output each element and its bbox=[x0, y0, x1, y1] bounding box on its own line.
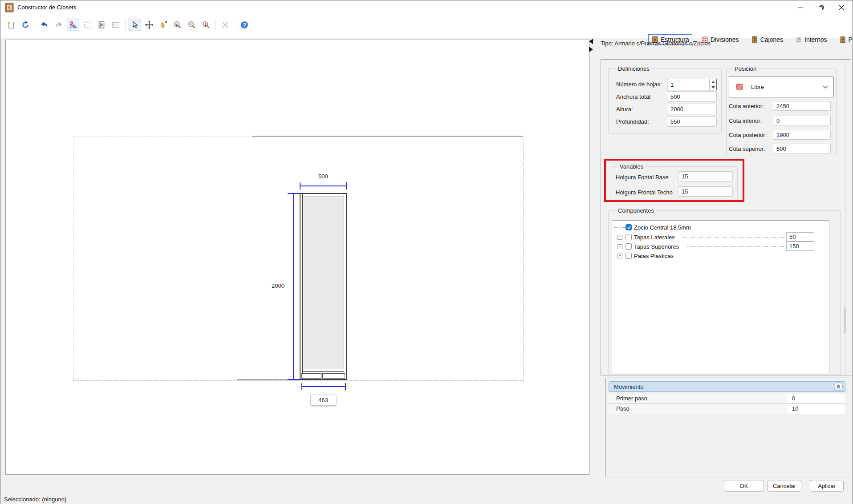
panel-direction-button[interactable] bbox=[95, 19, 108, 31]
delete-button[interactable] bbox=[219, 19, 232, 31]
posicion-dropdown[interactable]: Libre bbox=[729, 76, 834, 97]
close-icon bbox=[839, 5, 844, 10]
zoclo-central-checkbox[interactable] bbox=[626, 224, 632, 230]
holgura-frontal-techo-input[interactable]: 15 bbox=[678, 186, 733, 197]
minimize-button[interactable] bbox=[790, 0, 811, 15]
tapas-superiores-value-input[interactable]: 150 bbox=[786, 242, 814, 251]
tapas-laterales-value-input[interactable]: 50 bbox=[786, 232, 814, 242]
dim-base-value-box[interactable]: 463 bbox=[310, 395, 336, 406]
tree-item-label[interactable]: Tapas Superiores bbox=[634, 243, 679, 250]
movimiento-row-value: 0 bbox=[792, 395, 795, 402]
app-window: Constructor de Closets bbox=[0, 0, 853, 504]
svg-text:±: ± bbox=[175, 22, 178, 27]
dim-height-label: 2000 bbox=[262, 282, 284, 289]
cancel-button[interactable]: Cancelar bbox=[768, 480, 801, 492]
statusbar: Seleccionado: (ninguno) bbox=[0, 494, 853, 504]
toolbar-separator bbox=[125, 20, 126, 30]
movimiento-row-label: Paso bbox=[616, 405, 630, 412]
numero-de-hojas-input[interactable]: 1 bbox=[667, 79, 717, 90]
refresh-button[interactable] bbox=[19, 19, 32, 31]
cota-superior-input[interactable]: 600 bbox=[773, 144, 831, 153]
tree-item-label[interactable]: Patas Plasticas bbox=[634, 253, 674, 259]
tab-puertas[interactable]: Puertas bbox=[836, 34, 853, 45]
double-chevron-up-icon bbox=[836, 384, 841, 389]
marquee-select-icon bbox=[83, 20, 92, 29]
tree-item-value: 150 bbox=[789, 243, 799, 250]
movimiento-row[interactable]: Primer paso 0 bbox=[609, 394, 845, 403]
undo-button[interactable] bbox=[38, 19, 51, 31]
redo-button[interactable] bbox=[53, 19, 65, 31]
close-button[interactable] bbox=[831, 0, 852, 15]
dim-base-tick-right bbox=[345, 383, 346, 390]
field-label: Cota anterior: bbox=[729, 103, 764, 109]
group-componentes-title: Componentes bbox=[616, 207, 656, 214]
primer-paso-input[interactable]: 0 bbox=[788, 394, 845, 403]
tree-item-label[interactable]: Zoclo Central 18.5mm bbox=[634, 224, 691, 231]
new-file-icon bbox=[7, 20, 16, 29]
tapas-superiores-checkbox[interactable] bbox=[626, 243, 632, 250]
wall-segment-top bbox=[252, 136, 523, 137]
spinner-down-icon[interactable] bbox=[710, 85, 716, 90]
help-button[interactable]: ? bbox=[238, 19, 251, 31]
marquee-select-button[interactable] bbox=[81, 19, 93, 31]
grid-table-icon bbox=[111, 20, 120, 29]
expand-plus-icon[interactable]: + bbox=[617, 235, 622, 240]
movimiento-row[interactable]: Paso 10 bbox=[609, 404, 845, 414]
closet-right-panel-line bbox=[344, 194, 344, 379]
collapse-left-icon[interactable] bbox=[589, 39, 593, 44]
tree-leader-line bbox=[687, 246, 785, 247]
zoom-window-button[interactable]: ± bbox=[171, 19, 184, 31]
panel-splitter[interactable] bbox=[589, 38, 594, 56]
pan-hand-button[interactable] bbox=[157, 19, 170, 31]
dim-width-line bbox=[300, 185, 347, 186]
tree-item-value: 50 bbox=[789, 234, 796, 240]
cota-posterior-input[interactable]: 1900 bbox=[773, 130, 831, 140]
field-label: Cota inferior: bbox=[729, 117, 762, 124]
cota-inferior-input[interactable]: 0 bbox=[773, 116, 831, 125]
shelves-icon bbox=[795, 36, 802, 43]
maximize-button[interactable] bbox=[811, 0, 831, 15]
tapas-laterales-checkbox[interactable] bbox=[626, 234, 632, 240]
closet-drawing[interactable] bbox=[300, 193, 347, 380]
settings-scrollbar-thumb[interactable] bbox=[845, 307, 845, 333]
patas-plasticas-checkbox[interactable] bbox=[626, 253, 632, 259]
cota-anterior-input[interactable]: 2450 bbox=[773, 101, 831, 111]
tree-item-label[interactable]: Tapas Laterales bbox=[634, 234, 675, 241]
profundidad-input[interactable]: 550 bbox=[667, 116, 717, 127]
movimiento-header[interactable]: Movimiento bbox=[609, 381, 845, 392]
collapse-panel-button[interactable] bbox=[834, 382, 843, 391]
field-label: Anchura total: bbox=[616, 93, 652, 100]
ok-button[interactable]: OK bbox=[724, 480, 764, 492]
zoom-actual-button[interactable]: 1 bbox=[200, 19, 212, 31]
movimiento-row-label: Primer paso bbox=[616, 395, 647, 402]
expand-plus-icon[interactable]: + bbox=[617, 254, 622, 258]
field-value: 500 bbox=[670, 93, 680, 100]
field-label: Altura: bbox=[616, 106, 633, 113]
panel-direction-icon bbox=[97, 20, 106, 29]
tab-cajones[interactable]: Cajones bbox=[748, 34, 786, 45]
dim-width-label: 500 bbox=[300, 173, 347, 180]
spinner-buttons[interactable] bbox=[709, 79, 716, 90]
apply-button[interactable]: Aplicar bbox=[810, 480, 844, 492]
altura-input[interactable]: 2000 bbox=[667, 104, 717, 114]
new-file-button[interactable] bbox=[5, 19, 17, 31]
minimize-icon bbox=[798, 5, 803, 10]
dimension-edit-button[interactable] bbox=[67, 19, 79, 31]
expand-right-icon[interactable] bbox=[589, 47, 593, 52]
spinner-up-icon[interactable] bbox=[710, 79, 716, 85]
drawing-canvas[interactable]: 500 2000 463 bbox=[5, 40, 589, 475]
closet-top-panel-line bbox=[302, 197, 344, 197]
grid-table-button[interactable] bbox=[110, 19, 122, 31]
dim-base-label: 463 bbox=[318, 397, 328, 403]
paso-input[interactable]: 10 bbox=[788, 404, 845, 414]
holgura-fontal-base-input[interactable]: 15 bbox=[678, 171, 733, 181]
zoom-out-button[interactable] bbox=[186, 19, 198, 31]
select-pointer-button[interactable] bbox=[129, 19, 141, 31]
tab-internos[interactable]: Internos bbox=[792, 34, 830, 45]
field-label: Profundidad: bbox=[616, 118, 649, 125]
help-icon: ? bbox=[240, 20, 249, 29]
expand-plus-icon[interactable]: + bbox=[617, 244, 622, 249]
anchura-total-input[interactable]: 500 bbox=[667, 91, 717, 102]
closet-bottom-panel-line bbox=[303, 371, 344, 372]
move-tool-button[interactable] bbox=[143, 19, 155, 31]
